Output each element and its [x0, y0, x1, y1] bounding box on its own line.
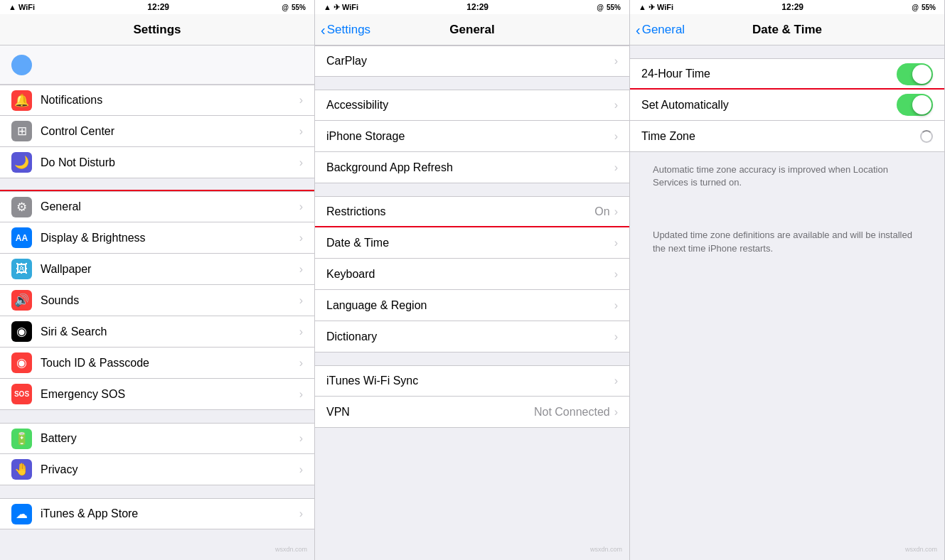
- privacy-icon: 🤚: [11, 459, 32, 480]
- date-time-label: Date & Time: [326, 237, 614, 249]
- left-nav-title: Settings: [133, 23, 181, 37]
- 24hour-toggle[interactable]: [897, 63, 933, 85]
- accessibility-chevron: ›: [614, 99, 618, 112]
- status-bar-left: ▲ WiFi 12:29 @ 55%: [0, 0, 314, 14]
- time-left: 12:29: [147, 2, 169, 12]
- settings-row-itunes-wifi[interactable]: iTunes Wi-Fi Sync ›: [315, 365, 629, 397]
- settings-row-display[interactable]: AA Display & Brightness ›: [0, 222, 314, 254]
- 24hour-toggle-knob: [912, 65, 931, 84]
- bg-refresh-label: Background App Refresh: [326, 161, 614, 174]
- settings-row-general[interactable]: ⚙ General ›: [0, 191, 314, 222]
- time-middle: 12:29: [466, 2, 488, 12]
- set-auto-toggle[interactable]: [897, 94, 933, 116]
- status-bar-right: ▲ ✈ WiFi 12:29 @ 55%: [630, 0, 944, 14]
- left-panel: ▲ WiFi 12:29 @ 55% Settings 🔔 Notificati…: [0, 0, 315, 560]
- vpn-chevron: ›: [614, 406, 618, 419]
- back-chevron-icon: ‹: [321, 23, 326, 37]
- carplay-label: CarPlay: [326, 55, 614, 68]
- info-block-1: Automatic time zone accuracy is improved…: [630, 152, 944, 205]
- settings-row-timezone[interactable]: Time Zone: [630, 121, 944, 152]
- keyboard-chevron: ›: [614, 268, 618, 281]
- left-settings-section-3: 🔋 Battery › 🤚 Privacy ›: [0, 423, 314, 485]
- middle-section-1: CarPlay ›: [315, 45, 629, 77]
- settings-row-sos[interactable]: SOS Emergency SOS ›: [0, 379, 314, 410]
- right-scroll: 24-Hour Time Set Automatically Time Zone…: [630, 45, 944, 560]
- itunes-label: iTunes & App Store: [41, 507, 299, 520]
- settings-row-control-center[interactable]: ⊞ Control Center ›: [0, 116, 314, 147]
- settings-row-language[interactable]: Language & Region ›: [315, 290, 629, 321]
- middle-section-2: Accessibility › iPhone Storage › Backgro…: [315, 90, 629, 183]
- left-settings-section: 🔔 Notifications › ⊞ Control Center › 🌙 D…: [0, 85, 314, 178]
- itunes-icon: ☁: [11, 504, 32, 524]
- set-auto-toggle-knob: [912, 95, 931, 114]
- iphone-storage-label: iPhone Storage: [326, 130, 614, 143]
- language-chevron: ›: [614, 299, 618, 312]
- battery-icons-left: @ 55%: [282, 4, 306, 11]
- settings-row-itunes[interactable]: ☁ iTunes & App Store ›: [0, 498, 314, 529]
- general-chevron: ›: [299, 200, 303, 213]
- date-time-chevron: ›: [614, 237, 618, 249]
- top-blur-left: [0, 45, 314, 85]
- do-not-disturb-icon: 🌙: [11, 152, 32, 173]
- do-not-disturb-label: Do Not Disturb: [41, 156, 299, 169]
- language-label: Language & Region: [326, 299, 614, 312]
- settings-row-vpn[interactable]: VPN Not Connected ›: [315, 397, 629, 428]
- settings-row-iphone-storage[interactable]: iPhone Storage ›: [315, 121, 629, 152]
- dictionary-chevron: ›: [614, 330, 618, 343]
- itunes-wifi-chevron: ›: [614, 375, 618, 387]
- iphone-storage-chevron: ›: [614, 130, 618, 143]
- signal-icons-middle: ▲ ✈ WiFi: [324, 3, 358, 12]
- settings-row-bg-refresh[interactable]: Background App Refresh ›: [315, 152, 629, 183]
- notifications-icon: 🔔: [11, 90, 32, 111]
- right-back-button[interactable]: ‹ General: [636, 23, 685, 37]
- settings-row-dictionary[interactable]: Dictionary ›: [315, 321, 629, 352]
- settings-row-carplay[interactable]: CarPlay ›: [315, 45, 629, 77]
- middle-scroll: CarPlay › Accessibility › iPhone Storage…: [315, 45, 629, 560]
- right-nav-bar: ‹ General Date & Time: [630, 14, 944, 45]
- settings-row-wallpaper[interactable]: 🖼 Wallpaper ›: [0, 254, 314, 285]
- settings-row-accessibility[interactable]: Accessibility ›: [315, 90, 629, 121]
- keyboard-label: Keyboard: [326, 268, 614, 281]
- signal-icons-right: ▲ ✈ WiFi: [639, 3, 673, 12]
- middle-back-button[interactable]: ‹ Settings: [321, 23, 370, 37]
- left-nav-bar: Settings: [0, 14, 314, 45]
- settings-row-notifications[interactable]: 🔔 Notifications ›: [0, 85, 314, 116]
- middle-nav-title: General: [449, 23, 494, 37]
- settings-row-keyboard[interactable]: Keyboard ›: [315, 259, 629, 290]
- settings-row-privacy[interactable]: 🤚 Privacy ›: [0, 454, 314, 485]
- privacy-label: Privacy: [41, 463, 299, 476]
- status-bar-middle: ▲ ✈ WiFi 12:29 @ 55%: [315, 0, 629, 14]
- middle-back-label: Settings: [327, 23, 370, 37]
- settings-row-battery[interactable]: 🔋 Battery ›: [0, 423, 314, 454]
- left-scroll: 🔔 Notifications › ⊞ Control Center › 🌙 D…: [0, 85, 314, 560]
- right-back-label: General: [642, 23, 685, 37]
- battery-chevron: ›: [299, 432, 303, 445]
- notifications-label: Notifications: [41, 94, 299, 107]
- wallpaper-chevron: ›: [299, 263, 303, 276]
- itunes-wifi-label: iTunes Wi-Fi Sync: [326, 375, 614, 387]
- display-chevron: ›: [299, 232, 303, 244]
- settings-row-do-not-disturb[interactable]: 🌙 Do Not Disturb ›: [0, 147, 314, 178]
- control-center-chevron: ›: [299, 125, 303, 138]
- info-text-1: Automatic time zone accuracy is improved…: [641, 158, 933, 195]
- left-settings-section-2: ⚙ General › AA Display & Brightness › 🖼 …: [0, 191, 314, 410]
- settings-row-sounds[interactable]: 🔊 Sounds ›: [0, 285, 314, 316]
- restrictions-chevron: ›: [614, 205, 618, 218]
- timezone-label: Time Zone: [641, 130, 920, 143]
- control-center-icon: ⊞: [11, 121, 32, 141]
- right-panel: ▲ ✈ WiFi 12:29 @ 55% ‹ General Date & Ti…: [630, 0, 945, 560]
- settings-row-restrictions[interactable]: Restrictions On ›: [315, 196, 629, 227]
- touchid-label: Touch ID & Passcode: [41, 357, 299, 370]
- vpn-value: Not Connected: [534, 406, 610, 419]
- settings-row-touchid[interactable]: ◉ Touch ID & Passcode ›: [0, 348, 314, 379]
- control-center-label: Control Center: [41, 125, 299, 138]
- battery-label: Battery: [41, 432, 299, 445]
- settings-row-set-auto: Set Automatically: [630, 90, 944, 121]
- middle-nav-bar: ‹ Settings General: [315, 14, 629, 45]
- settings-row-date-time[interactable]: Date & Time ›: [315, 227, 629, 259]
- sos-icon: SOS: [11, 384, 32, 404]
- notifications-chevron: ›: [299, 94, 303, 107]
- settings-row-siri[interactable]: ◉ Siri & Search ›: [0, 316, 314, 348]
- sos-label: Emergency SOS: [41, 388, 299, 401]
- siri-icon: ◉: [11, 321, 32, 342]
